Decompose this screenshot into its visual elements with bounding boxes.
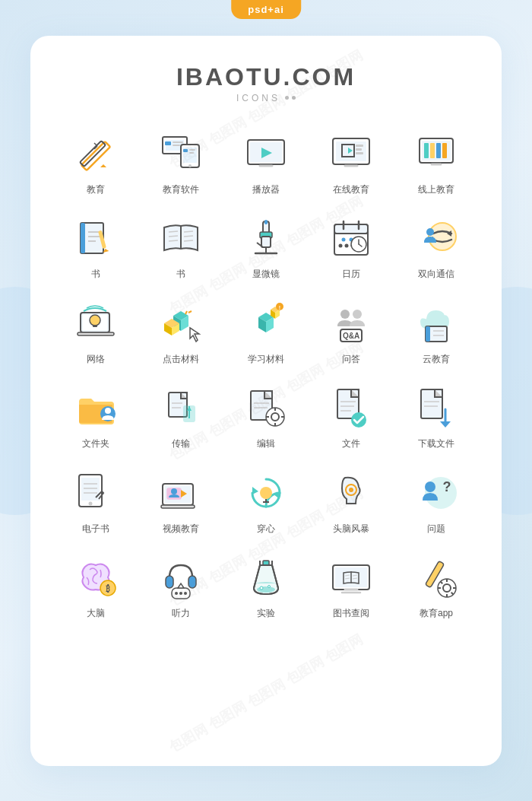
svg-text:₿: ₿ (106, 584, 110, 593)
icon-problem-label: 问题 (427, 523, 445, 536)
svg-line-48 (184, 240, 193, 241)
svg-point-173 (175, 592, 178, 595)
svg-line-47 (184, 236, 193, 237)
icon-network-label: 网络 (87, 354, 105, 366)
svg-rect-15 (189, 152, 194, 154)
card-subtitle: ICONS (236, 93, 296, 103)
decorative-dots (285, 96, 296, 100)
svg-line-44 (169, 236, 178, 237)
svg-point-12 (188, 164, 192, 167)
svg-rect-55 (264, 220, 268, 224)
icon-player-label: 播放器 (252, 184, 280, 196)
icon-learning-material: ! 学习材料 (223, 291, 309, 369)
icon-online-edu2: 线上教育 (394, 122, 479, 199)
svg-rect-8 (173, 141, 183, 143)
svg-rect-30 (424, 143, 429, 158)
icon-bidirectional-label: 双向通信 (418, 269, 454, 281)
icon-edu-app-label: 教育app (420, 608, 453, 620)
icon-transfer-label: 传输 (172, 438, 190, 450)
svg-point-65 (345, 244, 349, 248)
svg-rect-51 (261, 237, 271, 247)
icon-book1-label: 书 (91, 269, 100, 281)
svg-rect-80 (93, 325, 97, 327)
site-title: IBAOTU.COM (176, 63, 356, 91)
svg-rect-36 (81, 223, 85, 253)
icon-education: 教育 (53, 122, 138, 199)
icon-experiment-label: 实验 (257, 608, 275, 620)
svg-rect-169 (166, 576, 173, 588)
icon-file-label: 文件 (342, 438, 360, 450)
svg-point-61 (342, 238, 346, 242)
svg-line-45 (169, 240, 178, 241)
svg-rect-9 (173, 145, 180, 146)
svg-marker-139 (440, 421, 451, 428)
icon-online-edu-label: 在线教育 (333, 184, 369, 196)
svg-point-106 (105, 408, 111, 414)
svg-line-46 (184, 231, 193, 232)
icon-microscope-label: 显微镜 (252, 269, 280, 281)
svg-rect-148 (161, 505, 195, 508)
icon-edit: 编辑 (223, 376, 309, 453)
svg-marker-172 (178, 583, 184, 588)
icon-insight: 穿心 (223, 461, 309, 539)
svg-marker-4 (100, 164, 106, 167)
icon-brainstorm-label: 头脑风暴 (333, 523, 369, 536)
icon-library-label: 图书查阅 (333, 608, 369, 620)
icon-video-edu: 视频教育 (138, 461, 223, 539)
svg-point-97 (340, 310, 350, 319)
icon-player: 播放器 (223, 122, 309, 199)
svg-point-174 (179, 592, 182, 595)
svg-point-64 (339, 244, 343, 248)
icon-folder: 文件夹 (53, 376, 138, 453)
svg-rect-24 (356, 145, 363, 147)
main-card: 包图网 包图网 包图网 包图网 包图网 包图网 包图网 包图网 包图网 包图网 … (30, 36, 502, 766)
svg-line-87 (185, 311, 187, 314)
svg-rect-32 (436, 143, 441, 158)
icon-book2: 书 (138, 206, 223, 284)
svg-text:Q&A: Q&A (343, 332, 359, 340)
svg-rect-25 (356, 148, 362, 151)
svg-rect-78 (78, 332, 114, 335)
svg-rect-33 (442, 143, 447, 158)
svg-text:?: ? (443, 479, 451, 494)
icon-book2-label: 书 (176, 269, 185, 281)
icon-learning-material-label: 学习材料 (248, 354, 284, 366)
icon-click-material: 点击材料 (138, 291, 223, 369)
icon-bidirectional: 双向通信 (394, 206, 479, 284)
icon-brain: ₿ 大脑 (53, 545, 138, 623)
icon-listening: 听力 (138, 545, 223, 623)
icon-network: 网络 (53, 291, 138, 369)
svg-point-151 (171, 488, 177, 494)
icon-ebook: 电子书 (53, 461, 138, 539)
icon-edit-label: 编辑 (257, 438, 275, 450)
svg-line-88 (188, 311, 192, 313)
icon-brainstorm: 头脑风暴 (309, 461, 394, 539)
svg-rect-14 (189, 149, 195, 151)
icon-click-material-label: 点击材料 (163, 354, 199, 366)
icon-book1: 书 (53, 206, 138, 284)
svg-point-79 (90, 315, 100, 326)
svg-point-175 (184, 592, 187, 595)
svg-point-142 (89, 501, 93, 505)
svg-point-179 (268, 586, 271, 588)
svg-rect-57 (334, 224, 368, 234)
icon-online-edu2-label: 线上教育 (418, 184, 454, 196)
icon-edu-app: 教育app (394, 545, 479, 623)
file-format-badge: psd+ai (231, 0, 301, 19)
svg-point-75 (426, 228, 434, 236)
icon-online-edu: 在线教育 (309, 122, 394, 199)
svg-point-98 (353, 310, 362, 319)
icon-cloud-edu-label: 云教育 (423, 354, 450, 366)
svg-rect-7 (165, 141, 171, 145)
svg-rect-102 (426, 326, 430, 342)
icons-grid: 教育 教育软件 (53, 122, 479, 624)
icon-education-label: 教育 (87, 184, 105, 196)
icon-listening-label: 听力 (172, 608, 190, 620)
icon-ebook-label: 电子书 (82, 523, 109, 536)
svg-point-154 (260, 487, 272, 499)
svg-text:!: ! (279, 305, 280, 310)
icon-file: 文件 (309, 376, 394, 453)
svg-rect-170 (188, 576, 196, 588)
svg-point-178 (260, 586, 263, 590)
svg-marker-152 (252, 487, 258, 494)
